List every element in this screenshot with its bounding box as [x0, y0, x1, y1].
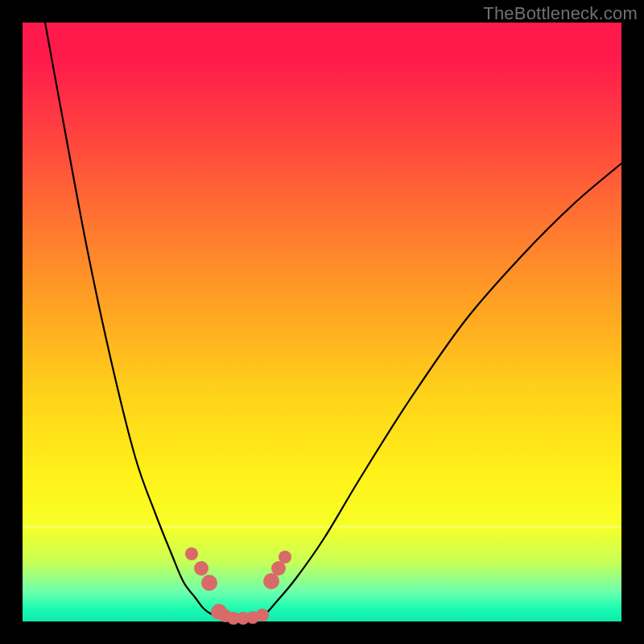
- watermark-text: TheBottleneck.com: [483, 3, 638, 24]
- data-marker: [256, 609, 269, 621]
- marker-group: [185, 547, 291, 625]
- chart-frame: [23, 23, 621, 621]
- data-marker: [279, 551, 291, 564]
- data-marker: [185, 547, 198, 560]
- data-marker: [194, 561, 208, 576]
- data-marker: [201, 575, 217, 591]
- curve-plot: [23, 23, 621, 621]
- bottleneck-curve: [45, 23, 621, 618]
- data-marker: [263, 573, 279, 589]
